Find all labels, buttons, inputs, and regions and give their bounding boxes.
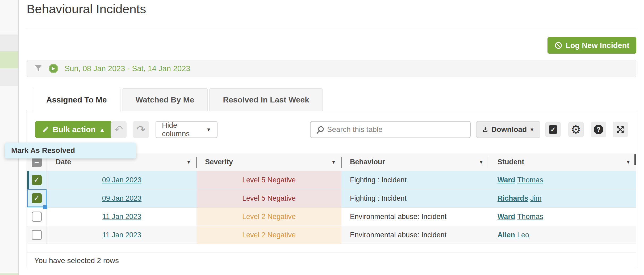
behaviour-label: Environmental abuse: Incident — [350, 213, 446, 221]
row-checkbox-cell[interactable]: ✓ — [27, 226, 47, 244]
date-link[interactable]: 09 Jan 2023 — [102, 194, 142, 203]
page-title: Behavioural Incidents — [27, 2, 146, 16]
sidebar — [0, 0, 19, 275]
selection-fill-handle[interactable] — [43, 205, 47, 209]
table-row: ✓ 11 Jan 2023 Level 2 Negative Environme… — [27, 226, 636, 244]
download-icon — [482, 126, 489, 133]
help-button[interactable]: ? — [591, 122, 606, 137]
validate-button[interactable]: ✓ — [545, 122, 561, 137]
table-panel: Bulk action ▲ ↶ ↷ Hide columns ▼ Downloa… — [27, 111, 636, 269]
sidebar-item[interactable] — [0, 69, 18, 86]
date-cell: 09 Jan 2023 — [47, 171, 196, 189]
sidebar-item[interactable] — [0, 273, 18, 275]
hide-columns-dropdown[interactable]: Hide columns ▼ — [156, 121, 218, 138]
table-scrollbar-thumb[interactable] — [634, 154, 636, 165]
severity-cell: Level 5 Negative — [196, 189, 341, 207]
tab-watched-by-me[interactable]: Watched By Me — [122, 88, 208, 111]
select-all-checkbox[interactable]: − — [32, 157, 42, 167]
check-square-icon: ✓ — [549, 125, 557, 134]
filter-bar: ▶ Sun, 08 Jan 2023 - Sat, 14 Jan 2023 — [27, 60, 636, 77]
settings-button[interactable]: ⚙ — [568, 122, 584, 137]
date-link[interactable]: 11 Jan 2023 — [102, 213, 141, 221]
hide-columns-label: Hide columns — [162, 121, 206, 138]
sidebar-item[interactable] — [0, 35, 18, 51]
table-row: ✓ 09 Jan 2023 Level 5 Negative Fighting … — [27, 189, 636, 208]
caret-up-icon: ▲ — [99, 127, 105, 132]
search-input[interactable] — [327, 122, 468, 138]
expand-icon — [616, 125, 625, 134]
fullscreen-button[interactable] — [613, 122, 628, 137]
severity-label: Level 2 Negative — [242, 231, 296, 239]
date-link[interactable]: 11 Jan 2023 — [102, 231, 141, 239]
title-divider — [27, 28, 636, 28]
student-cell: WardThomas — [489, 171, 636, 189]
check-icon: ✓ — [34, 176, 40, 184]
column-header-student[interactable]: Student ▼ — [489, 153, 636, 171]
table-search — [310, 121, 471, 138]
row-checkbox[interactable]: ✓ — [32, 193, 42, 203]
row-checkbox-cell[interactable]: ✓ — [27, 189, 47, 207]
filter-caret-icon[interactable]: ▼ — [479, 160, 484, 165]
student-link[interactable]: AllenLeo — [497, 231, 529, 239]
redo-button[interactable]: ↷ — [133, 121, 149, 138]
severity-label: Level 5 Negative — [242, 176, 296, 184]
behaviour-cell: Fighting : Incident — [341, 171, 489, 189]
play-circle-icon[interactable]: ▶ — [49, 64, 58, 73]
date-cell: 11 Jan 2023 — [47, 226, 196, 244]
behaviour-cell: Fighting : Incident — [341, 189, 489, 207]
column-header-severity[interactable]: Severity ▼ — [196, 153, 341, 171]
tab-bar: Assigned To Me Watched By Me Resolved In… — [33, 88, 323, 111]
row-checkbox[interactable]: ✓ — [32, 212, 42, 222]
behaviour-label: Fighting : Incident — [350, 176, 407, 184]
severity-cell: Level 2 Negative — [196, 226, 341, 244]
row-checkbox-cell[interactable]: ✓ — [27, 171, 47, 189]
date-cell: 11 Jan 2023 — [47, 208, 196, 226]
tab-assigned-to-me[interactable]: Assigned To Me — [33, 88, 120, 111]
menu-item-mark-as-resolved[interactable]: Mark As Resolved — [11, 146, 75, 155]
log-new-incident-label: Log New Incident — [566, 41, 629, 50]
filter-caret-icon[interactable]: ▼ — [331, 160, 336, 165]
log-new-incident-button[interactable]: Log New Incident — [547, 37, 636, 54]
filter-caret-icon[interactable]: ▼ — [626, 160, 631, 165]
student-link[interactable]: RichardsJim — [497, 194, 542, 203]
behaviour-label: Fighting : Incident — [350, 194, 407, 203]
table-body: ✓ 09 Jan 2023 Level 5 Negative Fighting … — [27, 171, 636, 244]
behaviour-label: Environmental abuse: Incident — [350, 231, 446, 239]
filter-caret-icon[interactable]: ▼ — [186, 160, 191, 165]
redo-icon: ↷ — [136, 124, 145, 135]
behaviour-cell: Environmental abuse: Incident — [341, 226, 489, 244]
student-link[interactable]: WardThomas — [497, 176, 543, 184]
pencil-icon — [42, 126, 49, 133]
row-checkbox-cell[interactable]: ✓ — [27, 208, 47, 226]
minus-icon: − — [34, 158, 39, 166]
download-label: Download — [491, 125, 527, 134]
tab-resolved-in-last-week[interactable]: Resolved In Last Week — [209, 88, 323, 111]
undo-button[interactable]: ↶ — [111, 121, 127, 138]
table-gap-strip — [27, 244, 636, 252]
window-scrollbar-edge — [642, 0, 642, 275]
incidents-table: − Date ▼ Severity ▼ Behaviour ▼ Student … — [27, 153, 636, 269]
column-header-behaviour[interactable]: Behaviour ▼ — [341, 153, 489, 171]
caret-down-icon: ▼ — [206, 127, 211, 132]
row-checkbox[interactable]: ✓ — [32, 175, 42, 185]
sidebar-item-active[interactable] — [0, 51, 18, 68]
severity-cell: Level 2 Negative — [196, 208, 341, 226]
row-checkbox[interactable]: ✓ — [32, 230, 42, 240]
student-cell: AllenLeo — [489, 226, 636, 244]
sidebar-divider — [0, 30, 18, 30]
severity-label: Level 5 Negative — [242, 194, 296, 203]
caret-down-icon: ▼ — [529, 127, 534, 132]
bulk-action-label: Bulk action — [53, 125, 96, 134]
table-row: ✓ 09 Jan 2023 Level 5 Negative Fighting … — [27, 171, 636, 189]
student-cell: RichardsJim — [489, 189, 636, 207]
selection-summary: You have selected 2 rows — [27, 252, 636, 269]
table-row: ✓ 11 Jan 2023 Level 2 Negative Environme… — [27, 208, 636, 226]
student-link[interactable]: WardThomas — [497, 213, 543, 221]
download-button[interactable]: Download ▼ — [476, 121, 540, 138]
bulk-action-button[interactable]: Bulk action ▲ — [35, 121, 112, 138]
bulk-action-menu: Mark As Resolved — [5, 143, 136, 158]
filter-date-range[interactable]: Sun, 08 Jan 2023 - Sat, 14 Jan 2023 — [65, 64, 190, 73]
date-link[interactable]: 09 Jan 2023 — [102, 176, 142, 184]
search-icon — [315, 125, 325, 135]
undo-icon: ↶ — [114, 124, 123, 135]
